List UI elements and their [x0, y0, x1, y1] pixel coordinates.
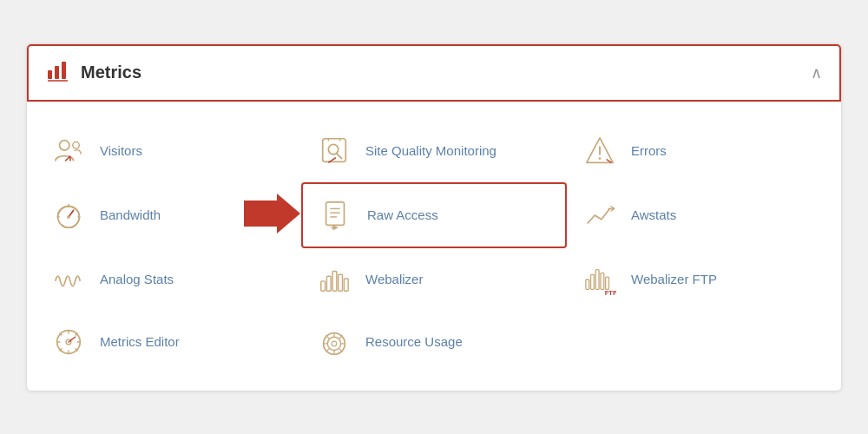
- svg-rect-40: [591, 274, 595, 289]
- grid-item-metrics-editor[interactable]: Metrics Editor: [36, 311, 301, 373]
- grid-item-webalizer[interactable]: Webalizer: [301, 248, 567, 311]
- metrics-header-icon: [46, 58, 70, 88]
- svg-point-4: [60, 140, 69, 149]
- svg-point-56: [327, 337, 340, 350]
- grid-item-awstats[interactable]: Awstats: [567, 182, 832, 248]
- site-quality-icon: [315, 132, 353, 170]
- svg-rect-39: [586, 279, 589, 289]
- grid-item-analog-stats[interactable]: Analog Stats: [36, 248, 301, 311]
- raw-access-icon: [317, 196, 355, 234]
- bandwidth-icon: [49, 196, 88, 234]
- grid-item-errors[interactable]: Errors: [567, 120, 832, 182]
- resource-usage-label: Resource Usage: [365, 334, 463, 349]
- visitors-label: Visitors: [100, 143, 142, 158]
- items-grid: Visitors Site Quality Monitoring: [27, 111, 841, 373]
- analog-stats-label: Analog Stats: [100, 272, 174, 286]
- errors-label: Errors: [631, 143, 667, 158]
- svg-rect-2: [62, 62, 66, 79]
- site-quality-label: Site Quality Monitoring: [365, 143, 496, 158]
- svg-point-21: [67, 215, 70, 219]
- resource-usage-icon: [315, 323, 353, 361]
- visitors-icon: [49, 132, 88, 170]
- awstats-label: Awstats: [631, 207, 676, 222]
- svg-rect-41: [595, 269, 599, 289]
- webalizer-ftp-icon: FTP: [581, 260, 619, 299]
- panel-header-left: Metrics: [46, 58, 141, 88]
- header-divider: [27, 102, 841, 102]
- svg-rect-38: [344, 279, 348, 291]
- panel-header[interactable]: Metrics ∧: [27, 44, 841, 102]
- svg-rect-26: [326, 201, 345, 225]
- svg-rect-43: [606, 277, 609, 289]
- webalizer-ftp-label: Webalizer FTP: [631, 272, 717, 286]
- svg-rect-35: [326, 276, 331, 291]
- grid-item-raw-access[interactable]: Raw Access: [301, 182, 567, 248]
- svg-point-16: [599, 157, 602, 160]
- grid-item-site-quality[interactable]: Site Quality Monitoring: [301, 120, 567, 182]
- bandwidth-label: Bandwidth: [100, 207, 161, 222]
- webalizer-icon: [315, 260, 353, 299]
- svg-text:FTP: FTP: [605, 289, 616, 296]
- metrics-editor-label: Metrics Editor: [100, 334, 180, 349]
- metrics-editor-icon: [49, 323, 88, 361]
- svg-rect-37: [339, 274, 343, 291]
- svg-line-10: [337, 153, 342, 158]
- grid-item-visitors[interactable]: Visitors: [36, 120, 301, 182]
- arrow-indicator: [244, 194, 300, 237]
- svg-rect-36: [332, 271, 337, 291]
- webalizer-label: Webalizer: [365, 272, 423, 286]
- errors-icon: [581, 132, 619, 170]
- svg-point-5: [73, 141, 80, 148]
- svg-rect-42: [601, 273, 604, 289]
- grid-item-webalizer-ftp[interactable]: FTP Webalizer FTP: [567, 248, 832, 311]
- awstats-icon: [581, 196, 619, 234]
- panel-title: Metrics: [81, 62, 141, 82]
- svg-marker-25: [244, 194, 300, 233]
- svg-rect-0: [48, 70, 52, 79]
- analog-stats-icon: [49, 260, 88, 299]
- grid-item-resource-usage[interactable]: Resource Usage: [301, 311, 567, 373]
- svg-rect-34: [321, 280, 326, 290]
- collapse-icon[interactable]: ∧: [811, 63, 822, 82]
- metrics-panel: Metrics ∧ Visitors: [26, 43, 842, 391]
- raw-access-label: Raw Access: [367, 207, 438, 222]
- svg-point-57: [332, 341, 337, 346]
- svg-rect-1: [55, 66, 59, 79]
